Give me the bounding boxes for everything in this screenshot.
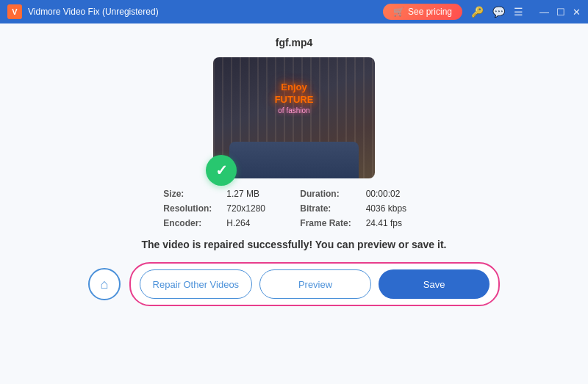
encoder-value: H.264 <box>226 218 285 228</box>
framerate-label: Frame Rate: <box>300 218 351 228</box>
see-pricing-label: See pricing <box>408 7 452 17</box>
maximize-button[interactable]: ☐ <box>556 7 565 18</box>
info-table: Size: 1.27 MB Duration: 00:00:02 Resolut… <box>163 189 424 228</box>
encoder-label: Encoder: <box>163 218 212 228</box>
neon-text-line3: of fashion <box>229 106 359 115</box>
duration-value: 00:00:02 <box>366 189 425 199</box>
cart-icon: 🛒 <box>393 7 404 17</box>
home-button[interactable]: ⌂ <box>88 268 121 300</box>
window-controls: — ☐ ✕ <box>539 7 581 18</box>
title-bar-left: V Vidmore Video Fix (Unregistered) <box>7 4 159 19</box>
check-badge: ✓ <box>206 155 237 186</box>
neon-text-line2: FUTURE <box>229 94 359 106</box>
neon-overlay: Enjoy FUTURE of fashion <box>229 81 359 115</box>
menu-icon[interactable]: ☰ <box>514 6 523 18</box>
key-icon[interactable]: 🔑 <box>471 6 484 18</box>
bottom-actions: ⌂ Repair Other Videos Preview Save <box>88 262 500 306</box>
video-thumbnail: Enjoy FUTURE of fashion <box>213 57 375 178</box>
see-pricing-button[interactable]: 🛒 See pricing <box>383 4 462 20</box>
size-label: Size: <box>163 189 212 199</box>
sofa-area <box>229 142 359 178</box>
app-title: Vidmore Video Fix (Unregistered) <box>28 7 159 17</box>
duration-label: Duration: <box>300 189 351 199</box>
framerate-value: 24.41 fps <box>366 218 425 228</box>
video-thumbnail-container: Enjoy FUTURE of fashion ✓ <box>213 57 375 178</box>
close-button[interactable]: ✕ <box>573 7 581 18</box>
neon-text-line1: Enjoy <box>229 81 359 94</box>
file-name: fgf.mp4 <box>276 37 313 48</box>
bitrate-label: Bitrate: <box>300 203 351 214</box>
main-content: fgf.mp4 Enjoy FUTURE of fashion ✓ Size: … <box>0 23 588 384</box>
app-logo: V <box>7 4 22 19</box>
bitrate-value: 4036 kbps <box>366 203 425 214</box>
action-buttons-group: Repair Other Videos Preview Save <box>129 262 500 306</box>
repair-other-button[interactable]: Repair Other Videos <box>140 269 252 299</box>
chat-icon[interactable]: 💬 <box>492 6 505 18</box>
save-button[interactable]: Save <box>379 269 490 299</box>
success-message: The video is repaired successfully! You … <box>142 239 447 250</box>
size-value: 1.27 MB <box>226 189 285 199</box>
resolution-label: Resolution: <box>163 203 212 214</box>
home-icon: ⌂ <box>101 277 109 292</box>
title-bar-center: 🛒 See pricing 🔑 💬 ☰ — ☐ ✕ <box>383 4 581 20</box>
title-bar: V Vidmore Video Fix (Unregistered) 🛒 See… <box>0 0 588 23</box>
preview-button[interactable]: Preview <box>259 269 372 299</box>
resolution-value: 720x1280 <box>226 203 285 214</box>
minimize-button[interactable]: — <box>539 7 549 18</box>
